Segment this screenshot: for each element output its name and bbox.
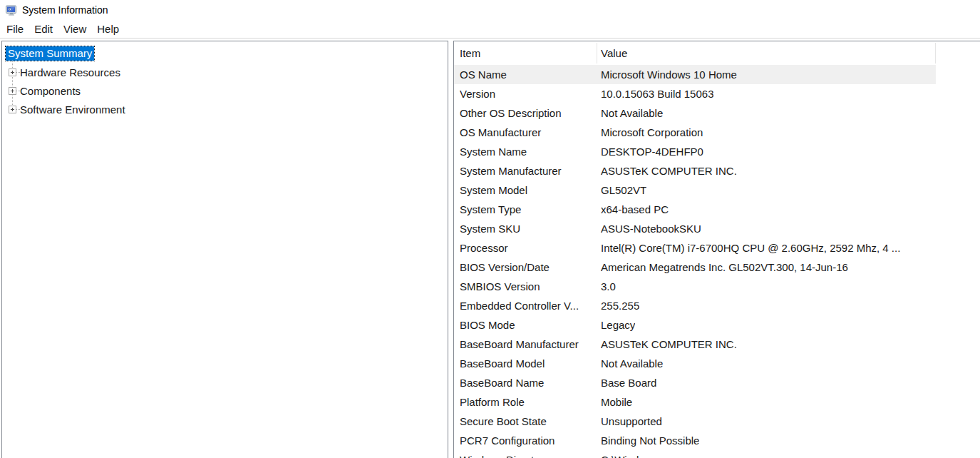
value-cell: Legacy — [597, 319, 635, 331]
item-cell: Version — [454, 88, 597, 100]
tree-item-components[interactable]: Components — [2, 81, 448, 100]
details-pane: Item Value OS NameMicrosoft Windows 10 H… — [453, 41, 980, 458]
menu-view[interactable]: View — [63, 23, 86, 35]
value-cell: Base Board — [597, 377, 656, 389]
table-row[interactable]: BIOS Version/DateAmerican Megatrends Inc… — [454, 258, 936, 277]
value-cell: Not Available — [597, 357, 663, 370]
item-cell: BIOS Version/Date — [454, 261, 597, 273]
table-row[interactable]: OS NameMicrosoft Windows 10 Home — [454, 65, 936, 84]
menu-separator — [0, 38, 980, 39]
table-row[interactable]: BaseBoard NameBase Board — [454, 373, 936, 392]
column-header-item[interactable]: Item — [460, 47, 480, 59]
table-row[interactable]: System Typex64-based PC — [454, 200, 936, 219]
item-cell: Windows Directory — [454, 454, 597, 458]
value-cell: Binding Not Possible — [597, 434, 699, 447]
table-row[interactable]: BaseBoard ManufacturerASUSTeK COMPUTER I… — [454, 335, 936, 354]
item-cell: OS Manufacturer — [454, 126, 597, 138]
item-cell: SMBIOS Version — [454, 280, 597, 292]
table-row[interactable]: OS ManufacturerMicrosoft Corporation — [454, 123, 936, 142]
tree: System SummaryHardware ResourcesComponen… — [2, 41, 448, 118]
table-row[interactable]: BIOS ModeLegacy — [454, 315, 936, 335]
table-row[interactable]: System ModelGL502VT — [454, 180, 936, 200]
column-separator[interactable] — [597, 43, 597, 63]
category-tree-pane: System SummaryHardware ResourcesComponen… — [1, 41, 448, 458]
tree-item-label[interactable]: Components — [20, 85, 81, 97]
list-header: Item Value — [454, 41, 980, 65]
item-cell: System Type — [454, 203, 597, 215]
table-row[interactable]: System SKUASUS-NotebookSKU — [454, 219, 936, 238]
tree-item-system-summary[interactable]: System Summary — [2, 44, 448, 63]
item-cell: System Model — [454, 184, 597, 196]
item-cell: System Manufacturer — [454, 165, 597, 177]
item-cell: Secure Boot State — [454, 415, 597, 427]
item-cell: Platform Role — [454, 396, 597, 408]
item-cell: Processor — [454, 242, 597, 254]
item-cell: Other OS Description — [454, 107, 597, 119]
table-row[interactable]: Secure Boot StateUnsupported — [454, 412, 936, 431]
value-cell: Mobile — [597, 396, 632, 408]
value-cell: American Megatrends Inc. GL502VT.300, 14… — [597, 261, 848, 273]
value-cell: Microsoft Windows 10 Home — [597, 68, 737, 81]
value-cell: ASUS-NotebookSKU — [597, 223, 701, 235]
item-cell: BaseBoard Model — [454, 357, 597, 370]
table-row[interactable]: Windows DirectoryC:\Windows — [454, 450, 936, 458]
item-cell: BIOS Mode — [454, 319, 597, 331]
table-row[interactable]: BaseBoard ModelNot Available — [454, 354, 936, 373]
item-cell: OS Name — [454, 68, 597, 81]
tree-item-label[interactable]: Software Environment — [20, 103, 125, 116]
tree-item-hardware-resources[interactable]: Hardware Resources — [2, 63, 448, 81]
item-cell: BaseBoard Manufacturer — [454, 338, 597, 350]
value-cell: 255.255 — [597, 300, 639, 312]
menu-edit[interactable]: Edit — [34, 23, 53, 35]
table-row[interactable]: PCR7 ConfigurationBinding Not Possible — [454, 431, 936, 450]
expand-plus-icon[interactable] — [9, 87, 16, 95]
table-row[interactable]: ProcessorIntel(R) Core(TM) i7-6700HQ CPU… — [454, 238, 936, 258]
details-rows: OS NameMicrosoft Windows 10 HomeVersion1… — [454, 65, 980, 458]
value-cell: 3.0 — [597, 280, 616, 292]
table-row[interactable]: Embedded Controller V...255.255 — [454, 296, 936, 315]
item-cell: System SKU — [454, 223, 597, 235]
table-row[interactable]: Other OS DescriptionNot Available — [454, 103, 936, 123]
system-information-icon — [6, 5, 17, 16]
column-separator[interactable] — [935, 43, 936, 63]
value-cell: ASUSTeK COMPUTER INC. — [597, 165, 737, 177]
value-cell: DESKTOP-4DEHFP0 — [597, 146, 703, 158]
item-cell: Embedded Controller V... — [454, 300, 597, 312]
menu-file[interactable]: File — [6, 23, 24, 35]
expand-plus-icon[interactable] — [9, 68, 16, 76]
window-title: System Information — [22, 4, 108, 16]
menu-help[interactable]: Help — [97, 23, 119, 35]
item-cell: BaseBoard Name — [454, 377, 597, 389]
table-row[interactable]: SMBIOS Version3.0 — [454, 277, 936, 296]
value-cell: Intel(R) Core(TM) i7-6700HQ CPU @ 2.60GH… — [597, 242, 900, 254]
item-cell: PCR7 Configuration — [454, 434, 597, 447]
table-row[interactable]: System NameDESKTOP-4DEHFP0 — [454, 142, 936, 161]
table-row[interactable]: Platform RoleMobile — [454, 392, 936, 412]
table-row[interactable]: Version10.0.15063 Build 15063 — [454, 84, 936, 103]
value-cell: Unsupported — [597, 415, 662, 427]
value-cell: 10.0.15063 Build 15063 — [597, 88, 713, 100]
table-row[interactable]: System ManufacturerASUSTeK COMPUTER INC. — [454, 161, 936, 180]
column-header-value[interactable]: Value — [601, 47, 627, 59]
expand-plus-icon[interactable] — [9, 106, 16, 113]
value-cell: ASUSTeK COMPUTER INC. — [597, 338, 737, 350]
tree-selected-label[interactable]: System Summary — [6, 46, 94, 61]
value-cell: x64-based PC — [597, 203, 669, 215]
value-cell: Microsoft Corporation — [597, 126, 703, 138]
item-cell: System Name — [454, 146, 597, 158]
value-cell: C:\Windows — [597, 454, 658, 458]
menu-bar: File Edit View Help — [0, 20, 980, 38]
title-bar: System Information — [0, 0, 980, 20]
tree-item-software-environment[interactable]: Software Environment — [2, 100, 448, 118]
tree-item-label[interactable]: Hardware Resources — [20, 66, 120, 78]
value-cell: Not Available — [597, 107, 663, 119]
value-cell: GL502VT — [597, 184, 646, 196]
